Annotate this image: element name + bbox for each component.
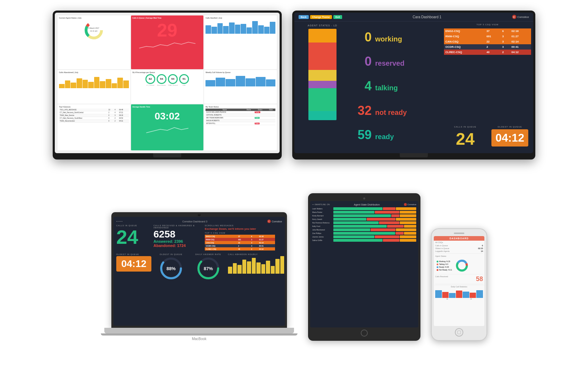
phone-speaker <box>454 233 464 234</box>
tv-monitor-1: Current Agent States | July 6 March 2017… <box>53 11 282 160</box>
ph-all-csqs: All CSQs <box>434 241 484 244</box>
mb-daily-answer-rate: DAILY ANSWER RATE 87% <box>191 253 226 281</box>
agent-row: Kerry Jowett <box>312 218 416 221</box>
macbook-foot <box>101 333 298 336</box>
macbook-screen: ▪ ▪ ▪ ▪ ▪ Comstice Dashboard 3 C Comstic… <box>113 217 285 326</box>
abandon-bars <box>228 256 284 274</box>
ready-stat: 59 ready <box>354 128 438 142</box>
ph-divider-2 <box>435 274 483 274</box>
calls-in-queue-card: Calls In Queue | Average Wait Time 29 <box>131 15 204 69</box>
sla-circles: 82 CT_Trinidad 94 Disconnection 94 TDAD_… <box>132 74 202 86</box>
ph-calls-received: Calls Received 58 <box>434 275 484 283</box>
svg-text:6 March 2017: 6 March 2017 <box>89 27 99 29</box>
agent-donut: 6 March 2017 11:11 am <box>59 20 129 41</box>
change-theme-button[interactable]: Change Theme <box>310 15 332 19</box>
ph-calls-in-queue: Calls in Queue 6 <box>434 244 484 247</box>
agent-row: Kindy Barnard <box>312 214 416 217</box>
calls-handled-card: Calls Handled | July <box>204 15 277 69</box>
tv-stand-1 <box>153 153 181 157</box>
stacked-bar <box>308 29 337 120</box>
calls-in-queue-stat: CALLS IN QUEUE 24 <box>444 126 486 149</box>
mb-csq-table: ENG2-CSQ37602:18 RNW-CSQ691301:27 CAN-CS… <box>205 235 275 250</box>
csq-row: CLREC-CSQ 40 2 04:12 <box>444 50 531 55</box>
ph-donut-section: Working: N 20 Talking: N 0 Ready: N 28 <box>434 258 484 273</box>
tab-header: ▪ ▪ SMARTLINE: ON Agent State Distributi… <box>312 203 416 206</box>
tv-screen-2: Back Change Theme Exit Cara Dashboard 1 … <box>294 13 533 153</box>
exit-button[interactable]: Exit <box>333 15 342 19</box>
phone-home-button[interactable] <box>455 328 463 337</box>
queues-table: TGO_LATE_MESSAGE22406:48 CT_Debt_Recover… <box>59 109 129 123</box>
abandoned-bars <box>59 74 129 88</box>
tablet-camera <box>363 197 365 200</box>
not-ready-stat: 32 not ready <box>354 103 438 118</box>
mb-right-top: SCROLLING MESSAGES Exchange Down, we'll … <box>205 224 275 250</box>
cara-dashboard-title: Cara Dashboard 1 <box>413 15 442 19</box>
weekly-bars <box>205 74 275 86</box>
agent-row: Joanne James <box>312 235 416 238</box>
macbook-base <box>104 328 294 333</box>
tablet: ▪ ▪ SMARTLINE: ON Agent State Distributi… <box>308 193 420 341</box>
tablet-screen: ▪ ▪ SMARTLINE: ON Agent State Distributi… <box>310 201 418 327</box>
bottom-row: ▪ ▪ ▪ ▪ ▪ Comstice Dashboard 3 C Comstic… <box>7 193 581 341</box>
agent-distribution: Leah Walters Maria Parker <box>312 207 416 242</box>
calls-abandoned-card: Calls Abandoned | July <box>58 70 130 104</box>
line-chart <box>132 39 202 53</box>
agent-states-col: AGENT STATES - LD <box>294 21 351 151</box>
comstice-logo: C Comstice <box>512 15 529 19</box>
phone: DASHBOARD All CSQs Calls in Queue 6 Olde… <box>431 228 487 341</box>
ph-donut-chart <box>455 259 469 273</box>
csq-row: CAN-CSQ 22 3 02:14 <box>444 39 531 44</box>
cara-header-buttons: Back Change Theme Exit <box>299 15 342 19</box>
oldest-in-queue-stat: OLDEST IN QUEUE 04:12 <box>489 126 531 149</box>
mb-header: ▪ ▪ ▪ ▪ ▪ Comstice Dashboard 3 C Comstic… <box>116 220 282 223</box>
tv-monitor-2: Back Change Theme Exit Cara Dashboard 1 … <box>292 11 535 160</box>
working-stat: 0 working <box>354 30 438 45</box>
tv-screen-1: Current Agent States | July 6 March 2017… <box>55 13 280 153</box>
ph-legend: Working: N 20 Talking: N 0 Ready: N 28 <box>435 260 453 271</box>
reserved-stat: 0 reserved <box>354 54 438 69</box>
top-row: Current Agent States | July 6 March 2017… <box>7 11 581 160</box>
ph-divider-3 <box>435 284 483 284</box>
macbook-frame: ▪ ▪ ▪ ▪ ▪ Comstice Dashboard 3 C Comstic… <box>111 212 287 328</box>
ph-daily-bars <box>434 288 484 298</box>
tab-logo: Comstice <box>404 203 416 206</box>
cara-body: AGENT STATES - LD 0 working <box>294 21 533 151</box>
agent-row: Salina Griffin <box>312 239 416 242</box>
weekly-card: Weekly Call Volume by Queue <box>204 70 277 104</box>
csq-table: ENG2-CSQ 37 6 02:18 RNW-CSQ 691 3 01:27 <box>444 28 531 55</box>
mb-abandon-hourly: CALL ABANDON HOURLY <box>228 253 284 281</box>
mb-oldest-in-queue: OLDEST IN QUEUE 04:12 <box>116 253 151 281</box>
mb-calls-received: CALLS RECEIVED & ANSWERED & ABANDONED 62… <box>153 224 203 250</box>
ph-bar-labels: 46 34 <box>434 298 484 300</box>
stats-col: 0 working 0 reserved 4 talking 32 not re… <box>351 21 442 151</box>
tablet-home-button[interactable] <box>361 330 368 337</box>
tv-stand-2 <box>400 153 428 157</box>
ph-daily-stats: Daily Call Statistics <box>434 285 484 288</box>
team-table: NameMediaStatusState ALICIA WILLIAMS-PEA… <box>205 109 275 125</box>
tablet-frame: ▪ ▪ SMARTLINE: ON Agent State Distributi… <box>308 193 420 341</box>
back-button[interactable]: Back <box>299 15 309 19</box>
macbook: ▪ ▪ ▪ ▪ ▪ Comstice Dashboard 3 C Comstic… <box>101 212 298 341</box>
ph-divider <box>435 253 483 254</box>
ph-oldest-in-queue: Oldest in Queue 02:15 <box>434 247 484 250</box>
csq-row: RNW-CSQ 691 3 01:27 <box>444 34 531 39</box>
handled-bars <box>205 20 275 34</box>
svg-text:11:11 am: 11:11 am <box>90 30 98 32</box>
sla-card: SLA Percentage per Queue 82 CT_Trinidad … <box>131 70 204 104</box>
phone-frame: DASHBOARD All CSQs Calls in Queue 6 Olde… <box>431 228 487 341</box>
ph-header: DASHBOARD <box>434 236 484 241</box>
phone-screen: DASHBOARD All CSQs Calls in Queue 6 Olde… <box>434 236 484 326</box>
ph-logged-agents: Loggedin Agents 14 <box>434 250 484 253</box>
agent-row: Julia Blackwood <box>312 228 416 231</box>
agent-states-card: Current Agent States | July 6 March 2017… <box>58 15 130 69</box>
ph-agent-states: Agent States <box>434 254 484 258</box>
agent-row: Zoe Phillips <box>312 232 416 235</box>
mb-top-grid: CALLS IN QUEUE 24 CALLS RECEIVED & ANSWE… <box>116 224 282 250</box>
mb-answer-rate-1: OLDEST IN QUEUE 88% <box>153 253 189 281</box>
agent-row: Maria Parker <box>312 211 416 214</box>
csq-row: ENG2-CSQ 37 6 02:18 <box>444 28 531 34</box>
macbook-notch <box>198 214 201 216</box>
talking-stat: 4 talking <box>354 79 438 93</box>
top-queues-card: Top 5 Queues TGO_LATE_MESSAGE22406:48 CT… <box>58 104 130 150</box>
csq-col: TOP 5 CSQ VIEW ENG2-CSQ 37 6 02:18 RNW-C… <box>442 21 533 151</box>
